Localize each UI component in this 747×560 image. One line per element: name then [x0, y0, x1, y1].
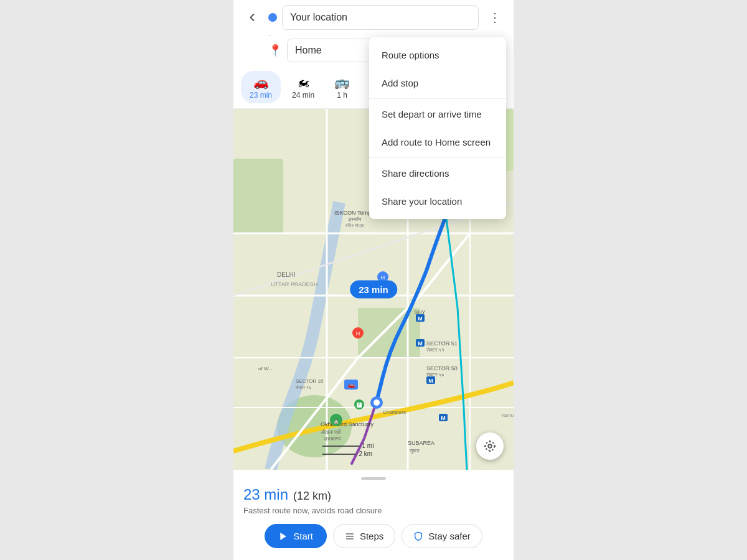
svg-rect-3 [358, 308, 420, 358]
route-description: Fastest route now, avoids road closure [243, 506, 504, 515]
svg-text:M: M [418, 315, 423, 322]
start-label: Start [293, 531, 313, 541]
location-dot-icon [268, 13, 277, 22]
svg-text:इस्कॉन: इस्कॉन [348, 217, 362, 222]
svg-point-57 [486, 442, 495, 451]
svg-text:M: M [418, 340, 423, 347]
car-icon: 🚗 [253, 75, 269, 90]
transit-time: 1 h [337, 91, 347, 100]
svg-text:H: H [356, 330, 360, 337]
svg-text:ओखला पक्षी: ओखला पक्षी [321, 429, 341, 435]
route-distance: (12 km) [293, 490, 331, 503]
svg-text:Yamuna River: Yamuna River [501, 413, 514, 418]
svg-text:🚗: 🚗 [347, 381, 355, 389]
back-button[interactable] [241, 6, 263, 29]
svg-text:M: M [441, 415, 446, 421]
svg-text:of W...: of W... [258, 366, 273, 371]
stay-safer-label: Stay safer [428, 531, 471, 541]
dropdown-add-home[interactable]: Add route to Home screen [369, 128, 506, 156]
svg-text:SECTOR 51: SECTOR 51 [426, 340, 458, 347]
svg-text:सेक्टर १६: सेक्टर १६ [295, 385, 311, 390]
phone-container: ⋮ 📍 🚗 23 min 🏍 24 min 🚌 1 h [233, 0, 514, 560]
svg-rect-1 [233, 159, 283, 233]
scale-bar: 1 mi 2 km [322, 442, 425, 457]
origin-input[interactable] [282, 5, 479, 30]
my-location-button[interactable] [476, 432, 504, 460]
svg-text:मंदिर नोएडा: मंदिर नोएडा [345, 223, 364, 228]
action-buttons: Start Steps Stay safer [243, 524, 504, 556]
stay-safer-button[interactable]: Stay safer [402, 524, 482, 548]
svg-text:सेक्टर ५१: सेक्टर ५१ [426, 347, 444, 353]
svg-text:Okhla Bird Sanctuary: Okhla Bird Sanctuary [321, 421, 374, 427]
destination-pin-icon: 📍 [268, 44, 282, 57]
svg-marker-58 [281, 533, 286, 540]
svg-point-56 [488, 444, 492, 448]
svg-text:अभयारण्य: अभयारण्य [324, 436, 341, 442]
scale-mile: 1 mi [362, 442, 374, 449]
car-time: 23 min [250, 91, 272, 100]
svg-text:⛪: ⛪ [333, 418, 339, 424]
dropdown-share-location[interactable]: Share your location [369, 187, 506, 215]
svg-text:SECTOR 50: SECTOR 50 [426, 365, 458, 371]
svg-text:Chambers: Chambers [383, 409, 406, 415]
more-options-button[interactable]: ⋮ [484, 6, 506, 29]
start-button[interactable]: Start [265, 524, 327, 548]
dropdown-divider-1 [369, 98, 506, 99]
svg-text:🅿: 🅿 [357, 403, 362, 408]
svg-text:M: M [428, 378, 433, 384]
motorcycle-icon: 🏍 [297, 75, 309, 90]
steps-button[interactable]: Steps [333, 524, 395, 548]
tab-transit[interactable]: 🚌 1 h [326, 71, 359, 103]
route-time: 23 min [243, 486, 288, 503]
bottom-panel: 23 min (12 km) Fastest route now, avoids… [233, 470, 514, 556]
steps-label: Steps [360, 531, 383, 541]
svg-text:SECTOR 16: SECTOR 16 [296, 378, 324, 384]
dropdown-route-options[interactable]: Route options [369, 41, 506, 69]
svg-text:H: H [381, 274, 385, 281]
dropdown-menu: Route options Add stop Set depart or arr… [369, 37, 506, 219]
route-time-badge: 23 min [350, 281, 397, 299]
dropdown-divider-2 [369, 157, 506, 158]
drag-handle [361, 477, 386, 480]
dropdown-add-stop[interactable]: Add stop [369, 69, 506, 97]
scale-km: 2 km [359, 450, 373, 457]
header: ⋮ [233, 0, 514, 35]
transit-icon: 🚌 [334, 75, 350, 90]
tab-car[interactable]: 🚗 23 min [241, 71, 281, 103]
svg-text:DELHI: DELHI [277, 271, 295, 278]
dropdown-depart-arrive[interactable]: Set depart or arrive time [369, 100, 506, 128]
tab-motorcycle[interactable]: 🏍 24 min [283, 72, 323, 103]
svg-text:UTTAR PRADESH: UTTAR PRADESH [271, 281, 317, 287]
svg-point-49 [374, 399, 380, 406]
dropdown-share-directions[interactable]: Share directions [369, 159, 506, 187]
motorcycle-time: 24 min [292, 91, 314, 100]
route-summary: 23 min (12 km) [243, 486, 504, 503]
